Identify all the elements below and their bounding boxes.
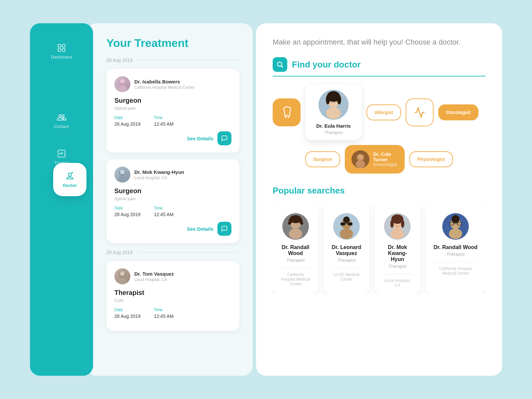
datetime-2: Date 28 Aug 2019 Time 12:45 AM (114, 206, 231, 217)
chat-button-2[interactable] (217, 222, 231, 236)
dashboard-icon (57, 43, 66, 53)
time-label-2: Time (154, 206, 174, 210)
leonard-face (333, 213, 360, 240)
see-details-1[interactable]: See Details (187, 136, 213, 141)
eula-role: Therapist (312, 130, 355, 135)
svg-point-49 (401, 220, 404, 228)
oncologist-label: Oncologist (446, 110, 470, 115)
search-icon-container[interactable] (273, 57, 287, 72)
svg-point-5 (68, 173, 71, 176)
featured-doctor-cole[interactable]: Dr. Cole Turner Immunologist (345, 145, 405, 174)
specialty-allergist[interactable]: Allergist (366, 104, 401, 120)
tracker-icon (57, 149, 66, 158)
svg-point-35 (288, 221, 291, 225)
cole-role: Immunologist (373, 162, 398, 167)
avatar-mok (114, 167, 130, 183)
specialty-surgeon[interactable]: Surgeon (305, 151, 340, 167)
right-panel: Make an appointment, that will help you!… (256, 23, 502, 376)
sidebar-item-dashboard[interactable]: Dashboard (30, 37, 93, 66)
svg-point-27 (356, 160, 365, 168)
popular-card-mok[interactable]: Dr. Mok Kwang-Hyun Therapist Local Hospi… (375, 204, 420, 294)
svg-point-21 (326, 107, 341, 119)
cole-name: Dr. Cole Turner (373, 152, 398, 162)
cole-info: Dr. Cole Turner Immunologist (373, 152, 398, 167)
card-footer-2: See Details (114, 222, 231, 236)
eula-avatar (319, 90, 348, 120)
pop-divider-1 (330, 268, 362, 268)
specialty-cardiologist[interactable] (406, 98, 434, 126)
pop-hospital-3: California Hospital Medical Center (432, 266, 479, 276)
heart-icon (414, 106, 426, 118)
time-block-1: Time 12:45 AM (154, 115, 174, 127)
time-value-1: 12:45 AM (154, 121, 174, 127)
date-value-3: 28 Aug 2019 (114, 314, 141, 319)
cole-face (351, 150, 369, 168)
popular-card-partial[interactable]: Dr. Randall Wood Therapist California Ho… (426, 204, 485, 294)
popular-card-leonard[interactable]: Dr. Leonard Vasquez Therapist UCSF Medic… (324, 204, 369, 294)
svg-point-13 (120, 170, 125, 174)
svg-point-15 (118, 278, 127, 284)
pop-hospital-2: Local Hospital, CA (381, 278, 414, 288)
svg-line-18 (281, 66, 283, 67)
popular-card-randall[interactable]: Dr. Randall Wood Therapist California Ho… (273, 204, 318, 294)
surgeon-label: Surgeon (313, 157, 332, 162)
doctor-name-3: Dr. Tom Vasquez (134, 271, 174, 277)
chat-button-1[interactable] (217, 131, 231, 145)
specialty-physiologist[interactable]: Physiologist (409, 151, 453, 167)
cole-avatar (351, 150, 369, 168)
svg-point-39 (340, 228, 353, 239)
pop-name-2: Dr. Mok Kwang-Hyun (381, 244, 414, 262)
specialty-oncologist[interactable]: Oncologist (438, 104, 478, 120)
card-footer-1: See Details (114, 131, 231, 145)
condition-1: Spinal pain (114, 106, 231, 111)
mok-avatar (384, 213, 411, 240)
popular-grid: Dr. Randall Wood Therapist California Ho… (273, 204, 485, 294)
chat-icon-1 (221, 135, 228, 142)
svg-point-31 (289, 228, 302, 239)
time-value-3: 12:45 AM (154, 314, 174, 319)
svg-rect-3 (62, 49, 65, 51)
svg-point-53 (452, 215, 460, 223)
doctor-name-1: Dr. Isabella Bowers (134, 79, 195, 84)
pop-hospital-1: UCSF Medical Center (330, 272, 362, 282)
find-doctor-header: Find your doctor (273, 57, 485, 76)
pop-role-1: Therapist (330, 258, 362, 263)
svg-point-10 (120, 79, 125, 84)
randall-face (282, 213, 309, 240)
svg-point-40 (343, 216, 350, 223)
doctor-hospital-3: Local Hospital, CA (134, 277, 174, 282)
doctor-name-2: Dr. Mok Kwang-Hyun (134, 169, 184, 175)
svg-point-46 (391, 228, 404, 239)
card-header-3: Dr. Tom Vasquez Local Hospital, CA (114, 268, 231, 284)
datetime-3: Date 28 Aug 2019 Time 12:45 AM (114, 308, 231, 319)
svg-rect-2 (58, 49, 61, 51)
chat-icon-2 (221, 225, 228, 232)
featured-doctor-eula[interactable]: Dr. Eula Harris Therapist (305, 84, 362, 140)
see-details-2[interactable]: See Details (187, 226, 213, 232)
popular-searches-section: Popular searches (273, 186, 485, 294)
doctor-fab[interactable]: Doctor (53, 163, 86, 196)
treatment-title: Your Treatment (106, 37, 239, 50)
pop-divider-0 (279, 268, 312, 268)
sidebar-item-contact[interactable]: Contact (30, 106, 93, 136)
doctor-hospital-1: California Hospital Medical Center (134, 85, 195, 90)
date-block-2: Date 28 Aug 2019 (114, 206, 141, 217)
pop-role-3: Therapist (432, 252, 479, 257)
svg-rect-41 (340, 222, 345, 225)
find-doctor-title: Find your doctor (292, 60, 361, 70)
find-doctor-section: Find your doctor (273, 57, 485, 174)
face-icon (114, 76, 130, 92)
pop-hospital-0: California Hospital Medical Center (279, 272, 312, 286)
left-panel: Your Treatment 26 Aug 2019 Dr. Isabella … (86, 23, 253, 376)
specialty-3: Therapist (114, 289, 231, 297)
doctor-fab-label: Doctor (63, 183, 77, 188)
specialty-dentist[interactable] (273, 98, 301, 126)
pop-name-3: Dr. Randall Wood (432, 244, 479, 250)
avatar-isabella (114, 76, 130, 92)
specialty-2: Surgeon (114, 187, 231, 195)
svg-rect-0 (58, 45, 61, 47)
svg-point-12 (118, 176, 127, 183)
tooth-icon (280, 106, 293, 119)
pop-role-2: Therapist (381, 264, 414, 269)
sidebar-contact-label: Contact (54, 124, 69, 129)
